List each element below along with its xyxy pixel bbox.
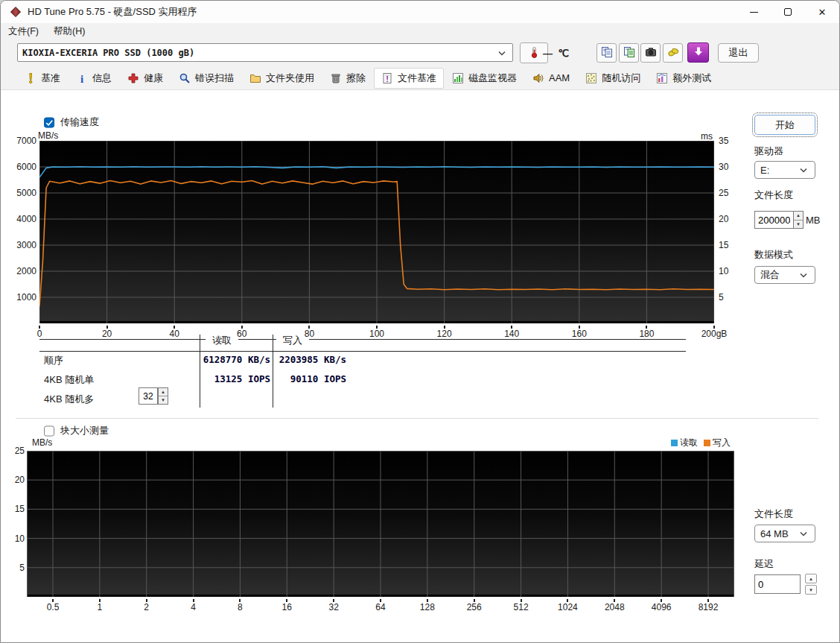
- drive-select[interactable]: KIOXIA-EXCERIA PRO SSD (1000 gB): [17, 43, 513, 62]
- drive-select-value: KIOXIA-EXCERIA PRO SSD (1000 gB): [22, 48, 194, 58]
- screenshot-button[interactable]: [640, 43, 661, 63]
- axis-tick-label: 60: [220, 329, 264, 339]
- spin-up-icon[interactable]: ▲: [794, 212, 803, 221]
- maximize-button[interactable]: [771, 1, 805, 23]
- axis-tick: [241, 326, 243, 329]
- file-length-input[interactable]: [754, 211, 793, 229]
- block-file-length-dropdown[interactable]: 64 MB: [754, 525, 815, 542]
- close-button[interactable]: ✕: [805, 1, 839, 23]
- axis-tick-label: 15: [2, 504, 25, 514]
- delay-input[interactable]: [754, 574, 801, 594]
- data-mode-dropdown[interactable]: 混合: [754, 266, 815, 284]
- magnifier-icon: [179, 72, 191, 84]
- update-button[interactable]: [687, 42, 709, 63]
- axis-tick-label: 7000: [4, 136, 36, 146]
- axis-tick-label: 64: [358, 602, 403, 612]
- axis-tick-label: 4096: [639, 602, 684, 612]
- menu-file[interactable]: 文件(F): [1, 24, 46, 39]
- tab-label: 擦除: [346, 72, 366, 85]
- app-window: HD Tune Pro 5.75 - 硬盘/SSD 实用程序 ✕ 文件(F) 帮…: [0, 0, 840, 643]
- folder-icon: [249, 72, 261, 84]
- start-button[interactable]: 开始: [754, 115, 815, 135]
- tab-folder-usage[interactable]: 文件夹使用: [242, 68, 322, 89]
- speaker-icon: [532, 72, 544, 84]
- tab-random-access[interactable]: 随机访问: [578, 68, 648, 89]
- file-length-spin-buttons: ▲ ▼: [793, 211, 804, 229]
- main-content: 传输速度 MB/s ms 读取 写入 顺序 6128770 KB/s 22039…: [1, 90, 840, 643]
- legend-item: 读取: [671, 437, 698, 449]
- axis-tick: [146, 599, 147, 602]
- axis-tick-label: 4: [171, 602, 216, 612]
- axis-tick-label: 4000: [4, 214, 36, 224]
- tab-info[interactable]: i信息: [69, 68, 119, 89]
- axis-tick: [193, 599, 194, 602]
- queue-depth-stepper[interactable]: ▲ ▼: [139, 387, 168, 405]
- transfer-speed-checkbox[interactable]: 传输速度: [44, 115, 99, 129]
- axis-tick-label: 3000: [4, 240, 36, 250]
- axis-tick-label: 30: [719, 162, 741, 172]
- data-mode-label: 数据模式: [754, 248, 793, 262]
- spin-down-icon[interactable]: ▼: [805, 585, 817, 595]
- queue-depth-spin-buttons: ▲ ▼: [158, 387, 168, 405]
- options-button[interactable]: [663, 43, 683, 63]
- file-length-unit: MB: [806, 215, 821, 226]
- spin-up-icon[interactable]: ▲: [159, 388, 168, 396]
- axis-tick-label: 80: [287, 329, 331, 339]
- tab-benchmark[interactable]: 基准: [17, 68, 68, 89]
- svg-text:i: i: [80, 72, 83, 84]
- disk-monitor-icon: [452, 72, 464, 84]
- checkbox-unchecked-icon: [44, 425, 55, 437]
- checkbox-checked-icon: [44, 117, 55, 128]
- axis-tick-label: 8192: [686, 602, 731, 612]
- tab-disk-monitor[interactable]: 磁盘监视器: [445, 68, 524, 89]
- tab-label: 错误扫描: [195, 72, 234, 85]
- svg-text:!: !: [386, 75, 389, 83]
- block-file-length-label: 文件长度: [754, 507, 793, 521]
- axis-tick-label: 5: [2, 563, 25, 573]
- copy-image-icon: [623, 46, 635, 60]
- axis-tick: [239, 599, 241, 602]
- exit-button[interactable]: 退出: [718, 43, 759, 63]
- tab-health[interactable]: 健康: [120, 68, 171, 89]
- axis-tick-label: 2000: [4, 266, 36, 276]
- tab-erase[interactable]: 擦除: [322, 68, 373, 89]
- bottom-chart-y-unit: MB/s: [32, 437, 52, 448]
- spin-down-icon[interactable]: ▼: [159, 396, 168, 404]
- tab-file-benchmark[interactable]: !文件基准: [374, 68, 444, 89]
- tab-extra-tests[interactable]: 额外测试: [649, 68, 719, 89]
- axis-tick-label: 128: [405, 602, 450, 612]
- delay-label: 延迟: [754, 557, 774, 571]
- copy-to-file-button[interactable]: [619, 43, 639, 63]
- minimize-button[interactable]: [736, 1, 771, 23]
- axis-tick-label: 2048: [592, 602, 637, 612]
- top-chart-y-unit: MB/s: [38, 130, 58, 141]
- axis-tick: [646, 326, 647, 329]
- exclamation-icon: [25, 72, 36, 84]
- block-size-checkbox[interactable]: 块大小测量: [44, 424, 109, 437]
- menu-help[interactable]: 帮助(H): [46, 24, 92, 39]
- legend-swatch: [671, 440, 678, 446]
- file-length-stepper[interactable]: ▲ ▼: [754, 211, 804, 229]
- axis-tick-label: 20: [719, 214, 741, 224]
- axis-tick: [521, 599, 522, 602]
- axis-tick-label: 1000: [4, 292, 36, 303]
- axis-tick-label: 15: [719, 240, 741, 250]
- window-controls: ✕: [736, 1, 839, 23]
- extra-tests-icon: [656, 72, 668, 84]
- tab-label: 磁盘监视器: [468, 72, 517, 85]
- chart-legend: 读取写入: [641, 437, 731, 449]
- axis-tick-label: 16: [264, 602, 309, 612]
- tab-error-scan[interactable]: 错误扫描: [171, 68, 241, 89]
- spin-down-icon[interactable]: ▼: [794, 221, 803, 229]
- top-chart-right-unit: ms: [701, 131, 713, 142]
- tab-aam[interactable]: AAM: [525, 69, 577, 88]
- copy-to-clipboard-button[interactable]: [596, 43, 617, 63]
- queue-depth-input[interactable]: [139, 387, 158, 405]
- spin-up-icon[interactable]: ▲: [805, 574, 817, 583]
- row-4k-multi-label: 4KB 随机多: [44, 393, 94, 406]
- legend-label: 读取: [680, 437, 698, 449]
- axis-tick: [511, 326, 512, 329]
- drive-dropdown[interactable]: E:: [754, 161, 815, 179]
- axis-tick: [474, 599, 475, 602]
- info-icon: i: [76, 72, 88, 84]
